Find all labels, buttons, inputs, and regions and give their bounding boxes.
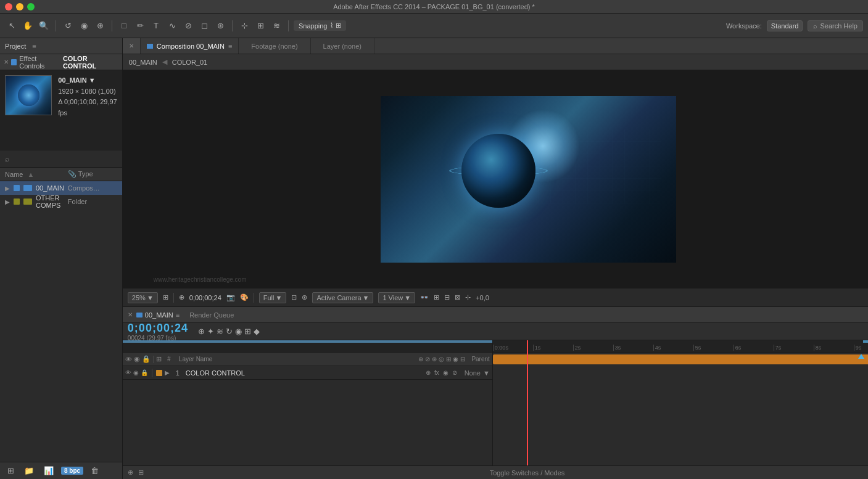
new-comp-button[interactable]: 📊 xyxy=(41,465,56,477)
zoom-tool[interactable]: 🔍 xyxy=(37,19,51,33)
loop-icon[interactable]: ↻ xyxy=(226,327,233,336)
layer-tab[interactable]: Layer (none) xyxy=(311,38,374,54)
work-area-bar[interactable] xyxy=(123,340,492,343)
minimize-button[interactable] xyxy=(16,3,23,10)
snapping-button[interactable]: Snapping ⌇ ⊞ xyxy=(294,20,346,31)
motion-tool[interactable]: ≋ xyxy=(270,19,283,33)
project-menu-icon[interactable]: ≡ xyxy=(32,43,36,50)
project-tab[interactable]: Project xyxy=(5,43,26,50)
comp-duration: Δ 0;00;10;00, 29,97 fps xyxy=(58,97,117,118)
breadcrumb-root[interactable]: 00_MAIN xyxy=(129,59,157,66)
select-tool[interactable]: ↖ xyxy=(5,19,19,33)
alpha-button[interactable]: ⊛ xyxy=(302,293,307,301)
maximize-button[interactable] xyxy=(27,3,35,10)
view-selector[interactable]: 1 View ▼ xyxy=(378,292,415,303)
text-tool[interactable]: T xyxy=(149,19,163,33)
layer-expand-arrow[interactable]: ▶ xyxy=(165,369,170,376)
composition-tab[interactable]: Composition 00_MAIN ≡ xyxy=(141,38,239,54)
shape-tool[interactable]: ⊹ xyxy=(238,19,251,33)
rotate-tool[interactable]: ↺ xyxy=(61,19,75,33)
color-mode-button[interactable]: 🎨 xyxy=(240,293,249,301)
eraser-tool[interactable]: ◻ xyxy=(197,19,211,33)
layer-fx-icon[interactable]: fx xyxy=(434,369,439,376)
comp-tab-close[interactable]: ✕ xyxy=(123,38,141,54)
clone-tool[interactable]: ⊘ xyxy=(181,19,195,33)
col-name-header: Name ▲ xyxy=(5,171,68,178)
motion-sketch-icon[interactable]: ≋ xyxy=(217,327,223,336)
effect-controls-layer: COLOR CONTROL xyxy=(63,55,118,70)
fit-button[interactable]: ⊞ xyxy=(163,293,168,301)
camera-tl-icon[interactable]: ◉ xyxy=(235,327,242,336)
zoom-dropdown-icon: ▼ xyxy=(147,294,154,301)
hand-tool[interactable]: ✋ xyxy=(21,19,35,33)
grid-tl-icon[interactable]: ⊞ xyxy=(244,327,251,336)
file-name-othercomps: OTHER COMPS xyxy=(36,194,64,209)
timeline-close-icon[interactable]: ✕ xyxy=(128,311,133,318)
guides-button[interactable]: ⊟ xyxy=(444,293,450,301)
layer-bar-area: ◀ xyxy=(493,353,868,366)
composition-thumbnail xyxy=(5,75,52,115)
footage-tab[interactable]: Footage (none) xyxy=(239,38,310,54)
timecode-display[interactable]: 0;00;00;24 xyxy=(189,294,221,301)
add-layer-icon[interactable]: ⊕ xyxy=(128,469,133,477)
effect-controls-close[interactable]: ✕ xyxy=(4,59,9,65)
comp-tab-label: Composition 00_MAIN xyxy=(157,43,225,50)
search-help-field[interactable]: ⌕ Search Help xyxy=(808,20,863,31)
star-icon[interactable]: ✦ xyxy=(207,327,214,336)
grid-view-button[interactable]: ⊞ xyxy=(5,465,17,477)
layer-name: COLOR CONTROL xyxy=(186,369,423,377)
pan-behind-tool[interactable]: ⊕ xyxy=(93,19,107,33)
puppet-tool[interactable]: ⊛ xyxy=(213,19,227,33)
align-tool[interactable]: ⊞ xyxy=(254,19,267,33)
delete-button[interactable]: 🗑 xyxy=(88,465,101,477)
close-button[interactable] xyxy=(5,3,12,10)
keyframe-icon[interactable]: ◆ xyxy=(254,327,260,336)
playhead[interactable] xyxy=(527,340,528,465)
roi-button[interactable]: ⊹ xyxy=(465,293,471,301)
new-folder-button[interactable]: 📁 xyxy=(22,465,36,477)
resolution-toggle[interactable]: ⊡ xyxy=(291,293,297,301)
grid-icon[interactable]: ⊞ xyxy=(138,469,144,477)
layer-eye-icon[interactable]: 👁 xyxy=(125,369,131,376)
pen-tool[interactable]: ✏ xyxy=(133,19,147,33)
file-item-00main[interactable]: ▶ 00_MAIN Compos… xyxy=(0,181,122,195)
3d-glasses-button[interactable]: 👓 xyxy=(420,293,429,301)
zoom-selector[interactable]: 25% ▼ xyxy=(128,292,158,303)
render-queue-tab[interactable]: Render Queue xyxy=(183,311,240,319)
rect-tool[interactable]: □ xyxy=(117,19,131,33)
comp-tab-icon xyxy=(147,44,153,49)
footage-tab-label: Footage (none) xyxy=(251,43,297,50)
layer-motion-icon[interactable]: ⊘ xyxy=(452,369,457,376)
toggle-switches-label[interactable]: Toggle Switches / Modes xyxy=(149,469,868,477)
layer-parent-dropdown[interactable]: ▼ xyxy=(483,369,490,377)
timecode-display-large[interactable]: 0;00;00;24 00024 (29.97 fps) xyxy=(128,322,188,342)
layer-switches-icon[interactable]: ⊕ xyxy=(426,369,431,376)
timeline-panel: ✕ 00_MAIN ≡ Render Queue 0;00;00;24 0002… xyxy=(123,306,868,479)
workspace-selector[interactable]: Standard xyxy=(767,20,803,31)
brush-tool[interactable]: ∿ xyxy=(165,19,179,33)
layer-paint-icon[interactable]: ◉ xyxy=(443,369,448,376)
layer-lock-icon[interactable]: 🔒 xyxy=(141,369,148,376)
grid-button[interactable]: ⊞ xyxy=(434,293,439,301)
safe-zones-button[interactable]: ⊠ xyxy=(455,293,460,301)
camera-selector[interactable]: Active Camera ▼ xyxy=(312,292,373,303)
comp-tab-menu[interactable]: ≡ xyxy=(228,43,232,50)
layer-solo-icon[interactable]: ◉ xyxy=(133,369,139,376)
camera-tool[interactable]: ◉ xyxy=(77,19,91,33)
file-item-othercomps[interactable]: ▶ OTHER COMPS Folder xyxy=(0,195,122,208)
timeline-tab-00main[interactable]: 00_MAIN ≡ xyxy=(136,311,180,319)
layer-duration-bar[interactable] xyxy=(493,354,868,364)
project-column-headers: Name ▲ 📎 Type xyxy=(0,168,122,181)
timeline-tools: ⊕ ✦ ≋ ↻ ◉ ⊞ ◆ xyxy=(198,327,260,336)
project-search-bar: ⌕ xyxy=(0,150,122,168)
timeline-tab-menu[interactable]: ≡ xyxy=(176,311,180,319)
pin-icon[interactable]: ⊕ xyxy=(198,327,205,336)
bpc-badge[interactable]: 8 bpc xyxy=(61,467,83,475)
quality-selector[interactable]: Full ▼ xyxy=(259,292,287,303)
title-bar: Adobe After Effects CC 2014 – PACKAGE 01… xyxy=(0,0,868,14)
comp-tab-close-icon[interactable]: ✕ xyxy=(129,43,134,49)
snapshot-button[interactable]: 📷 xyxy=(226,293,235,301)
switches-header: ⊕⊘⊛◎⊞◉⊟ xyxy=(418,356,465,362)
breadcrumb-child[interactable]: COLOR_01 xyxy=(172,59,207,66)
resolution-button[interactable]: ⊕ xyxy=(179,293,184,301)
